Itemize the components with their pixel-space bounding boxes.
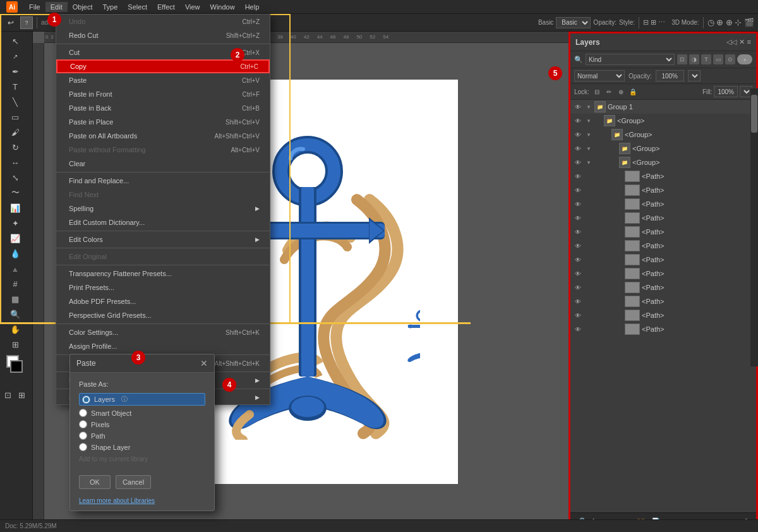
tool-scale[interactable]: ⤡ <box>1 171 29 184</box>
tool-type[interactable]: T <box>1 80 29 94</box>
opacity-input[interactable] <box>656 70 684 82</box>
tool-column-graph[interactable]: 📈 <box>1 231 29 245</box>
stroke-well[interactable] <box>10 360 23 373</box>
layer-vis-p5[interactable]: 👁 <box>573 227 583 237</box>
tool-artboard[interactable]: ⊞ <box>1 337 29 351</box>
menu-item-paste-all[interactable]: Paste on All Artboards Alt+Shift+Ctrl+V <box>56 129 270 143</box>
menu-item-redo[interactable]: Redo Cut Shift+Ctrl+Z <box>56 28 270 42</box>
fill-input[interactable] <box>714 86 738 97</box>
scrollbar-thumb[interactable] <box>751 95 757 133</box>
menu-item-transparency[interactable]: Transparency Flattener Presets... <box>56 267 270 281</box>
menu-select[interactable]: Select <box>123 2 152 12</box>
radio-smart-object[interactable] <box>79 409 87 417</box>
menu-effect[interactable]: Effect <box>152 2 180 12</box>
layers-scrollbar[interactable] <box>750 88 758 366</box>
menu-file[interactable]: File <box>24 2 45 12</box>
menu-item-assign-profile[interactable]: Assign Profile... <box>56 339 270 353</box>
layer-path-2[interactable]: 👁 <Path> <box>570 183 756 197</box>
layer-path-8[interactable]: 👁 <Path> <box>570 267 756 281</box>
tool-blend[interactable]: ⟁ <box>1 262 29 275</box>
tool-warp[interactable]: 〜 <box>1 186 29 200</box>
layer-vis-p8[interactable]: 👁 <box>573 269 583 279</box>
option-layers[interactable]: Layers ⓘ <box>79 393 205 406</box>
dialog-close-btn[interactable]: ✕ <box>200 358 208 368</box>
layer-path-3[interactable]: 👁 <Path> <box>570 197 756 211</box>
layer-group-1[interactable]: 👁 ▼ 📁 Group 1 <box>570 100 756 114</box>
menu-window[interactable]: Window <box>205 2 240 12</box>
tool-line[interactable]: ╲ <box>1 95 29 109</box>
tool-symbol[interactable]: ✦ <box>1 216 29 230</box>
radio-layers[interactable] <box>82 396 90 404</box>
learn-more-link[interactable]: Learn more about Libraries <box>79 495 155 504</box>
layer-vis-p11[interactable]: 👁 <box>573 310 583 320</box>
layer-vis-5[interactable]: 👁 <box>573 157 583 167</box>
menu-item-paste-front[interactable]: Paste in Front Ctrl+F <box>56 87 270 101</box>
toolbar-btn-2[interactable]: ? <box>20 16 33 29</box>
menu-edit[interactable]: Edit <box>45 2 68 12</box>
tool-eyedropper[interactable]: 💧 <box>1 246 29 260</box>
layer-group-2[interactable]: 👁 ▼ 📁 <Group> <box>570 114 756 128</box>
layer-path-4[interactable]: 👁 <Path> <box>570 211 756 225</box>
lock-artboard-icon[interactable]: ⊕ <box>616 87 626 97</box>
layer-vis-p9[interactable]: 👁 <box>573 282 583 293</box>
layer-vis-p10[interactable]: 👁 <box>573 296 583 306</box>
menu-item-undo[interactable]: Undo Ctrl+Z <box>56 15 270 28</box>
fullscreen-btn[interactable]: ⊞ <box>15 388 28 402</box>
menu-item-clear[interactable]: Clear <box>56 157 270 171</box>
tool-pen[interactable]: ✒ <box>1 64 29 78</box>
radio-shape-layer[interactable] <box>79 443 87 451</box>
menu-item-color-settings[interactable]: Color Settings... Shift+Ctrl+K <box>56 325 270 339</box>
filter-shape-icon[interactable]: ▭ <box>713 54 723 64</box>
lock-pixels-icon[interactable]: ⊟ <box>592 87 602 97</box>
layers-list[interactable]: 👁 ▼ 📁 Group 1 👁 ▼ 📁 <Group> 👁 ▼ 📁 <Group… <box>570 100 756 512</box>
option-pixels[interactable]: Pixels <box>79 420 205 428</box>
layer-path-12[interactable]: 👁 <Path> <box>570 322 756 336</box>
tool-reflect[interactable]: ↔ <box>1 155 29 169</box>
mode-select[interactable]: Basic <box>556 17 591 28</box>
menu-item-print-presets[interactable]: Print Presets... <box>56 281 270 294</box>
menu-item-paste[interactable]: Paste Ctrl+V <box>56 73 270 87</box>
menu-item-find[interactable]: Find and Replace... <box>56 174 270 188</box>
filter-type-icon[interactable]: T <box>701 54 711 64</box>
layer-vis-p12[interactable]: 👁 <box>573 324 583 334</box>
layer-expand-4[interactable]: ▼ <box>585 143 593 154</box>
close-panel-icon[interactable]: ✕ <box>739 38 745 46</box>
menu-item-spelling[interactable]: Spelling ▶ <box>56 202 270 215</box>
layer-vis-p1[interactable]: 👁 <box>573 171 583 181</box>
layer-vis-p2[interactable]: 👁 <box>573 185 583 195</box>
layer-group-3[interactable]: 👁 ▼ 📁 <Group> <box>570 128 756 142</box>
filter-smart-icon[interactable]: ⊙ <box>725 54 735 64</box>
lock-position-icon[interactable]: ✏ <box>604 87 614 97</box>
cancel-button[interactable]: Cancel <box>116 475 151 489</box>
tool-gradient[interactable]: ▦ <box>1 292 29 306</box>
layer-vis-4[interactable]: 👁 <box>573 143 583 154</box>
layer-path-10[interactable]: 👁 <Path> <box>570 294 756 308</box>
option-smart-object[interactable]: Smart Object <box>79 409 205 417</box>
menu-view[interactable]: View <box>180 2 205 12</box>
menu-help[interactable]: Help <box>240 2 265 12</box>
menu-item-paste-place[interactable]: Paste in Place Shift+Ctrl+V <box>56 115 270 129</box>
tool-mesh[interactable]: # <box>1 277 29 291</box>
tool-graph[interactable]: 📊 <box>1 201 29 215</box>
radio-pixels[interactable] <box>79 420 87 428</box>
filter-pixel-icon[interactable]: ⊡ <box>677 54 687 64</box>
menu-item-pdf-presets[interactable]: Adobe PDF Presets... <box>56 294 270 308</box>
layer-group-4[interactable]: 👁 ▼ 📁 <Group> <box>570 142 756 155</box>
layer-expand-2[interactable]: ▼ <box>585 116 593 126</box>
panel-menu-icon[interactable]: ≡ <box>747 38 751 46</box>
menu-item-paste-back[interactable]: Paste in Back Ctrl+B <box>56 101 270 115</box>
tool-rect[interactable]: ▭ <box>1 110 29 124</box>
tool-hand[interactable]: ✋ <box>1 322 29 336</box>
tool-zoom[interactable]: 🔍 <box>1 307 29 321</box>
layer-vis-p7[interactable]: 👁 <box>573 255 583 265</box>
menu-item-custom-dict[interactable]: Edit Custom Dictionary... <box>56 215 270 229</box>
layer-path-6[interactable]: 👁 <Path> <box>570 239 756 253</box>
toolbar-btn-1[interactable]: ↩ <box>4 16 18 30</box>
layers-info-icon[interactable]: ⓘ <box>121 395 128 404</box>
filter-toggle[interactable]: ● <box>737 54 752 64</box>
layer-path-5[interactable]: 👁 <Path> <box>570 225 756 239</box>
tool-select[interactable]: ↖ <box>1 34 29 48</box>
normal-screen-btn[interactable]: ⊡ <box>1 388 14 402</box>
layer-vis-2[interactable]: 👁 <box>573 116 583 126</box>
radio-path[interactable] <box>79 432 87 440</box>
